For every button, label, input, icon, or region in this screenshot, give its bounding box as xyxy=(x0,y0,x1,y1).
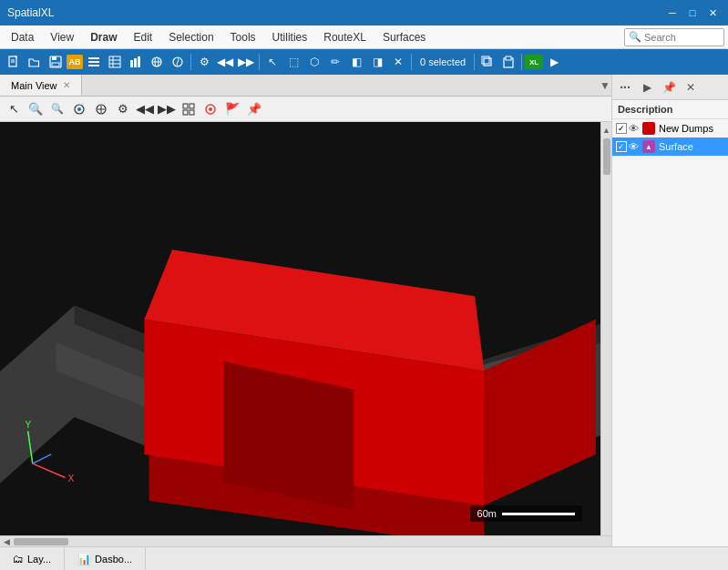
svg-rect-27 xyxy=(183,104,188,108)
svg-rect-28 xyxy=(190,104,194,108)
window-controls: ─ □ ✕ xyxy=(664,5,721,20)
next-button[interactable]: ▶▶ xyxy=(236,52,256,72)
search-icon: 🔍 xyxy=(629,31,641,43)
layer-eye-icon[interactable]: 👁 xyxy=(629,123,639,134)
3d-viewport[interactable]: X Y 60m xyxy=(0,122,600,535)
layers-tab-label: Lay... xyxy=(27,554,51,565)
tab-menu-button[interactable]: ▼ xyxy=(599,79,611,92)
separator-4 xyxy=(474,54,475,70)
right-panel-header: ··· ▶ 📌 ✕ xyxy=(612,75,728,100)
menu-draw[interactable]: Draw xyxy=(83,28,124,46)
titlebar: SpatialXL ─ □ ✕ xyxy=(0,0,728,25)
ab-button[interactable]: AB xyxy=(67,55,83,69)
panel-pin-button[interactable]: 📌 xyxy=(660,78,678,97)
dashboard-tab-icon: 📊 xyxy=(77,553,91,565)
svg-rect-13 xyxy=(130,60,133,67)
right-panel: ··· ▶ 📌 ✕ Description ✓ 👁 New Dumps ✓ 👁 … xyxy=(611,75,728,546)
layer-name-surface: Surface xyxy=(659,141,724,152)
routexl-icon: XL xyxy=(525,55,543,69)
svg-rect-4 xyxy=(52,56,56,60)
open-button[interactable] xyxy=(25,52,45,72)
route-button[interactable]: ▶ xyxy=(544,52,564,72)
layer-checkbox-new-dumps[interactable]: ✓ xyxy=(616,123,627,134)
scroll-thumb-h[interactable] xyxy=(14,538,68,545)
nav-next[interactable]: ▶▶ xyxy=(157,99,177,119)
app-title: SpatialXL xyxy=(7,6,54,19)
layer-item-surface[interactable]: ✓ 👁 ▲ Surface xyxy=(612,137,728,156)
horizontal-scrollbar[interactable]: ◀ xyxy=(0,535,611,546)
layer-button[interactable] xyxy=(84,52,104,72)
tab-close-icon[interactable]: ✕ xyxy=(63,80,70,90)
bookmark[interactable]: 🚩 xyxy=(222,99,242,119)
panel-play-button[interactable]: ▶ xyxy=(638,78,656,97)
svg-rect-7 xyxy=(88,61,99,63)
cursor-tool[interactable]: ↖ xyxy=(4,99,24,119)
select-arrow[interactable]: ↖ xyxy=(262,52,282,72)
svg-rect-6 xyxy=(88,57,99,59)
zoom-in[interactable]: 🔍 xyxy=(26,99,46,119)
svg-text:Y: Y xyxy=(26,420,32,430)
menu-routexl[interactable]: RouteXL xyxy=(316,28,374,46)
layer-color-new-dumps xyxy=(642,122,655,135)
layers-tab[interactable]: 🗂 Lay... xyxy=(0,547,65,570)
layer-color-surface: ▲ xyxy=(642,140,655,153)
close-button[interactable]: ✕ xyxy=(704,5,721,20)
scroll-up-arrow[interactable]: ▲ xyxy=(602,126,610,135)
vertical-scrollbar[interactable]: ▲ xyxy=(600,122,611,535)
select-box[interactable]: ⬚ xyxy=(283,52,303,72)
zoom-globe1[interactable] xyxy=(69,99,89,119)
scroll-left-arrow[interactable]: ◀ xyxy=(4,537,10,546)
layer-checkbox-surface[interactable]: ✓ xyxy=(616,141,627,152)
globe-button[interactable] xyxy=(168,52,188,72)
dashboard-tab-label: Dasbo... xyxy=(95,554,132,565)
settings-gear[interactable]: ⚙ xyxy=(113,99,133,119)
new-button[interactable] xyxy=(4,52,24,72)
maximize-button[interactable]: □ xyxy=(684,5,701,20)
table-button[interactable] xyxy=(105,52,125,72)
viewport-area: Main View ✕ ▼ ↖ 🔍 🔍 ⚙ ◀◀ ▶▶ xyxy=(0,75,611,546)
menu-utilities[interactable]: Utilities xyxy=(265,28,315,46)
panel-close-button[interactable]: ✕ xyxy=(682,78,700,97)
select-poly[interactable]: ⬡ xyxy=(304,52,324,72)
pin[interactable]: 📌 xyxy=(244,99,264,119)
deselect[interactable]: ✕ xyxy=(388,52,408,72)
map-button[interactable] xyxy=(147,52,167,72)
separator-2 xyxy=(259,54,260,70)
layer-eye-surface-icon[interactable]: 👁 xyxy=(629,141,639,152)
search-area[interactable]: 🔍 xyxy=(624,28,724,46)
select-mode2[interactable]: ◨ xyxy=(367,52,387,72)
color-circle[interactable] xyxy=(200,99,220,119)
paste-button[interactable] xyxy=(498,52,518,72)
prev-button[interactable]: ◀◀ xyxy=(215,52,235,72)
menu-surfaces[interactable]: Surfaces xyxy=(375,28,433,46)
scale-label: 60m xyxy=(477,508,497,519)
svg-rect-14 xyxy=(134,58,137,67)
menu-view[interactable]: View xyxy=(43,28,81,46)
main-view-tab[interactable]: Main View ✕ xyxy=(0,75,82,96)
layer-item-new-dumps[interactable]: ✓ 👁 New Dumps xyxy=(612,119,728,137)
panel-more-button[interactable]: ··· xyxy=(616,78,634,97)
nav-prev[interactable]: ◀◀ xyxy=(135,99,155,119)
menu-tools[interactable]: Tools xyxy=(223,28,263,46)
settings-button[interactable]: ⚙ xyxy=(194,52,214,72)
search-input[interactable] xyxy=(644,32,717,43)
viewport-wrapper: X Y 60m xyxy=(0,122,611,546)
dashboard-tab[interactable]: 📊 Dasbo... xyxy=(65,547,146,570)
copy-button[interactable] xyxy=(477,52,497,72)
menu-selection[interactable]: Selection xyxy=(161,28,220,46)
grid-toggle[interactable] xyxy=(179,99,199,119)
select-freehand[interactable]: ✏ xyxy=(325,52,345,72)
svg-point-32 xyxy=(209,107,212,111)
minimize-button[interactable]: ─ xyxy=(664,5,681,20)
zoom-globe2[interactable] xyxy=(91,99,111,119)
selected-count: 0 selected xyxy=(415,55,471,69)
scroll-thumb-v[interactable] xyxy=(603,138,610,175)
select-mode1[interactable]: ◧ xyxy=(346,52,366,72)
chart-button[interactable] xyxy=(126,52,146,72)
svg-rect-8 xyxy=(88,65,99,66)
zoom-out[interactable]: 🔍 xyxy=(47,99,67,119)
menu-data[interactable]: Data xyxy=(4,28,41,46)
layers-tab-icon: 🗂 xyxy=(13,553,24,565)
menu-edit[interactable]: Edit xyxy=(127,28,160,46)
save-button[interactable] xyxy=(46,52,66,72)
